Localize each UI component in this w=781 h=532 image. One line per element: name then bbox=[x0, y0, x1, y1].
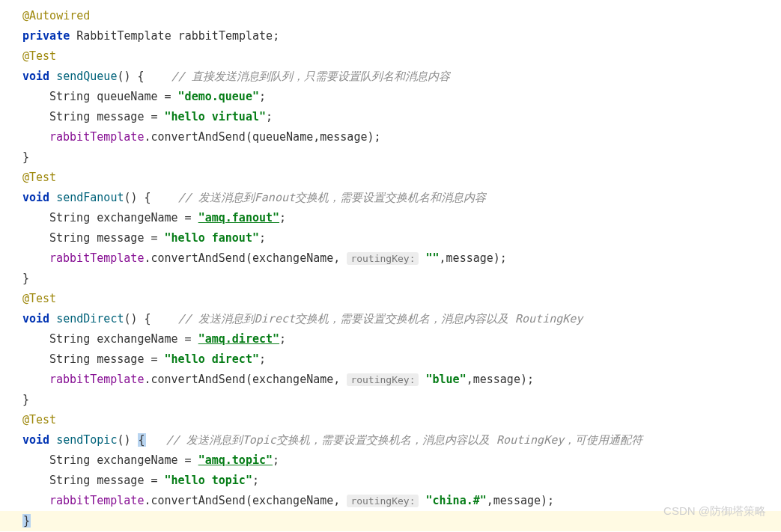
semicolon: ; bbox=[500, 251, 507, 265]
var-queuename: queueName bbox=[97, 90, 157, 103]
semicolon: ; bbox=[273, 453, 279, 467]
parens: () bbox=[124, 191, 137, 204]
comma: , bbox=[333, 494, 340, 507]
type-string: String bbox=[49, 332, 90, 346]
semicolon: ; bbox=[273, 29, 279, 43]
equals: = bbox=[144, 110, 164, 123]
equals: = bbox=[144, 474, 164, 487]
parens: () bbox=[117, 433, 130, 447]
parens: () bbox=[117, 70, 130, 83]
semicolon: ; bbox=[259, 231, 266, 245]
close-paren: ) bbox=[541, 494, 547, 507]
var-message: message bbox=[97, 110, 144, 123]
type-string: String bbox=[49, 352, 90, 366]
method-call: convertAndSend bbox=[151, 373, 245, 386]
comma: , bbox=[313, 130, 320, 144]
annotation-test: @Test bbox=[22, 413, 56, 426]
open-brace: { bbox=[145, 191, 151, 204]
var-exchangename: exchangeName bbox=[97, 332, 177, 346]
semicolon: ; bbox=[279, 332, 286, 346]
keyword-void: void bbox=[22, 70, 49, 83]
close-brace: } bbox=[22, 393, 29, 406]
keyword-private: private bbox=[22, 29, 70, 43]
semicolon: ; bbox=[547, 494, 554, 507]
annotation-test: @Test bbox=[22, 49, 56, 63]
type-string: String bbox=[49, 231, 90, 245]
close-paren: ) bbox=[493, 251, 500, 265]
equals: = bbox=[158, 90, 178, 103]
open-paren: ( bbox=[246, 130, 252, 144]
code-line: } bbox=[0, 269, 781, 289]
type-string: String bbox=[49, 453, 90, 467]
var-exchangename: exchangeName bbox=[97, 211, 177, 224]
open-paren: ( bbox=[246, 373, 252, 386]
string-literal: "amq.fanout" bbox=[198, 211, 279, 224]
arg: message bbox=[446, 251, 493, 265]
close-brace: } bbox=[22, 150, 29, 164]
string-literal: "china.#" bbox=[426, 494, 487, 507]
code-line: String exchangeName = "amq.fanout"; bbox=[0, 208, 781, 228]
comma: , bbox=[333, 251, 340, 265]
code-line: @Test bbox=[0, 46, 781, 67]
open-paren: ( bbox=[246, 251, 252, 265]
code-line: void sendFanout() { // 发送消息到Fanout交换机，需要… bbox=[0, 188, 781, 208]
annotation-test: @Test bbox=[22, 171, 56, 184]
type-string: String bbox=[49, 211, 90, 224]
string-literal: "" bbox=[426, 251, 440, 265]
method-sendtopic: sendTopic bbox=[56, 433, 117, 447]
arg: message bbox=[493, 494, 541, 507]
field-ref: rabbitTemplate bbox=[49, 251, 144, 265]
method-call: convertAndSend bbox=[151, 494, 245, 507]
watermark: CSDN @防御塔策略 bbox=[663, 501, 766, 521]
code-line: @Test bbox=[0, 168, 781, 188]
var-message: message bbox=[97, 352, 144, 366]
close-paren: ) bbox=[520, 373, 527, 386]
code-line: } bbox=[0, 390, 781, 410]
code-line: } bbox=[0, 147, 781, 168]
field-name: rabbitTemplate bbox=[178, 29, 273, 43]
code-line: void sendDirect() { // 发送消息到Direct交换机，需要… bbox=[0, 309, 781, 329]
var-exchangename: exchangeName bbox=[97, 453, 177, 467]
code-line: String message = "hello virtual"; bbox=[0, 107, 781, 127]
code-line: @Test bbox=[0, 289, 781, 309]
code-line: void sendTopic() { // 发送消息到Topic交换机，需要设置… bbox=[0, 430, 781, 450]
code-line: String message = "hello topic"; bbox=[0, 471, 781, 491]
code-editor[interactable]: @Autowired private RabbitTemplate rabbit… bbox=[0, 6, 781, 531]
code-line: String queueName = "demo.queue"; bbox=[0, 87, 781, 107]
method-call: convertAndSend bbox=[151, 130, 245, 144]
string-literal: "hello direct" bbox=[165, 352, 259, 366]
param-hint: routingKey: bbox=[347, 495, 419, 507]
string-literal: "amq.topic" bbox=[198, 453, 273, 467]
string-literal: "blue" bbox=[426, 373, 467, 386]
close-paren: ) bbox=[367, 130, 374, 144]
code-line: private RabbitTemplate rabbitTemplate; bbox=[0, 26, 781, 46]
code-line: void sendQueue() { // 直接发送消息到队列，只需要设置队列名… bbox=[0, 67, 781, 87]
open-brace: { bbox=[145, 312, 151, 325]
code-line: @Test bbox=[0, 410, 781, 430]
code-line: String exchangeName = "amq.topic"; bbox=[0, 450, 781, 471]
arg: exchangeName bbox=[252, 494, 333, 507]
var-message: message bbox=[97, 474, 144, 487]
open-paren: ( bbox=[246, 494, 252, 507]
equals: = bbox=[178, 453, 198, 467]
code-line: @Autowired bbox=[0, 6, 781, 26]
semicolon: ; bbox=[279, 211, 286, 224]
code-line: String exchangeName = "amq.direct"; bbox=[0, 329, 781, 349]
annotation-test: @Test bbox=[22, 292, 56, 305]
semicolon: ; bbox=[259, 90, 266, 103]
comma: , bbox=[440, 251, 446, 265]
open-brace: { bbox=[138, 70, 145, 83]
method-call: convertAndSend bbox=[151, 251, 245, 265]
type-string: String bbox=[49, 90, 90, 103]
arg: queueName bbox=[252, 130, 313, 144]
field-ref: rabbitTemplate bbox=[49, 373, 144, 386]
method-sendqueue: sendQueue bbox=[56, 70, 117, 83]
equals: = bbox=[144, 231, 164, 245]
field-ref: rabbitTemplate bbox=[49, 494, 144, 507]
parens: () bbox=[124, 312, 137, 325]
code-line: rabbitTemplate.convertAndSend(exchangeNa… bbox=[0, 370, 781, 390]
string-literal: "hello topic" bbox=[165, 474, 252, 487]
keyword-void: void bbox=[22, 433, 49, 447]
arg: exchangeName bbox=[252, 251, 333, 265]
equals: = bbox=[144, 352, 164, 366]
